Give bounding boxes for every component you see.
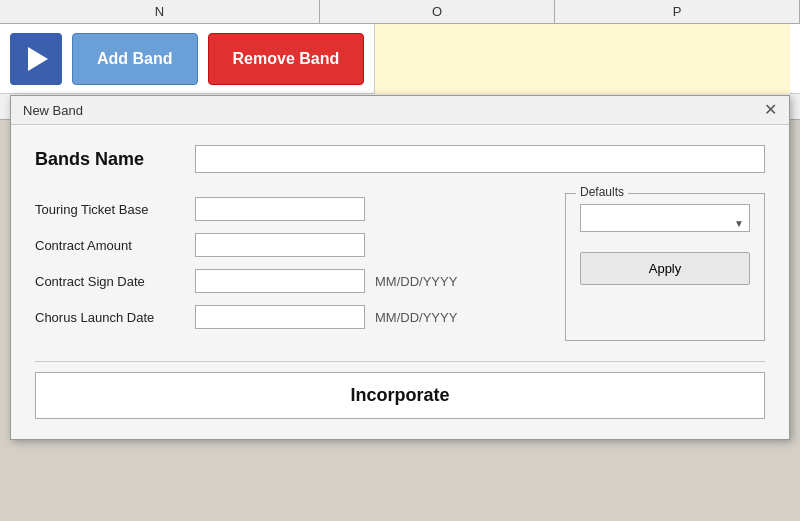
contract-sign-date-hint: MM/DD/YYYY (375, 274, 457, 289)
apply-button[interactable]: Apply (580, 252, 750, 285)
contract-sign-date-row: Contract Sign Date MM/DD/YYYY (35, 269, 545, 293)
dialog-titlebar: New Band ✕ (11, 96, 789, 125)
dialog-body: Bands Name Touring Ticket Base Contract … (11, 125, 789, 439)
chorus-launch-date-hint: MM/DD/YYYY (375, 310, 457, 325)
column-n-header: N (0, 0, 320, 23)
defaults-select[interactable] (580, 204, 750, 232)
dialog-close-button[interactable]: ✕ (764, 102, 777, 118)
incorporate-row: Incorporate (35, 361, 765, 419)
dialog-title: New Band (23, 103, 83, 118)
play-button[interactable] (10, 33, 62, 85)
defaults-select-wrapper (580, 204, 750, 242)
defaults-group: Defaults Apply (565, 193, 765, 341)
contract-amount-label: Contract Amount (35, 238, 195, 253)
column-o-header: O (320, 0, 555, 23)
bands-name-label: Bands Name (35, 149, 195, 170)
bands-name-input[interactable] (195, 145, 765, 173)
play-icon (28, 47, 48, 71)
left-fields: Touring Ticket Base Contract Amount Cont… (35, 197, 545, 341)
touring-ticket-base-label: Touring Ticket Base (35, 202, 195, 217)
bands-name-row: Bands Name (35, 145, 765, 173)
touring-ticket-base-input[interactable] (195, 197, 365, 221)
contract-amount-row: Contract Amount (35, 233, 545, 257)
contract-amount-input[interactable] (195, 233, 365, 257)
incorporate-button[interactable]: Incorporate (35, 372, 765, 419)
contract-sign-date-label: Contract Sign Date (35, 274, 195, 289)
dialog-overlay: New Band ✕ Bands Name Touring Ticket Bas… (10, 95, 790, 521)
new-band-dialog: New Band ✕ Bands Name Touring Ticket Bas… (10, 95, 790, 440)
add-band-button[interactable]: Add Band (72, 33, 198, 85)
defaults-legend: Defaults (576, 185, 628, 199)
chorus-launch-date-input[interactable] (195, 305, 365, 329)
contract-sign-date-input[interactable] (195, 269, 365, 293)
form-area: Touring Ticket Base Contract Amount Cont… (35, 197, 765, 341)
touring-ticket-base-row: Touring Ticket Base (35, 197, 545, 221)
remove-band-button[interactable]: Remove Band (208, 33, 365, 85)
chorus-launch-date-label: Chorus Launch Date (35, 310, 195, 325)
chorus-launch-date-row: Chorus Launch Date MM/DD/YYYY (35, 305, 545, 329)
yellow-cell (374, 24, 790, 94)
column-p-header: P (555, 0, 800, 23)
